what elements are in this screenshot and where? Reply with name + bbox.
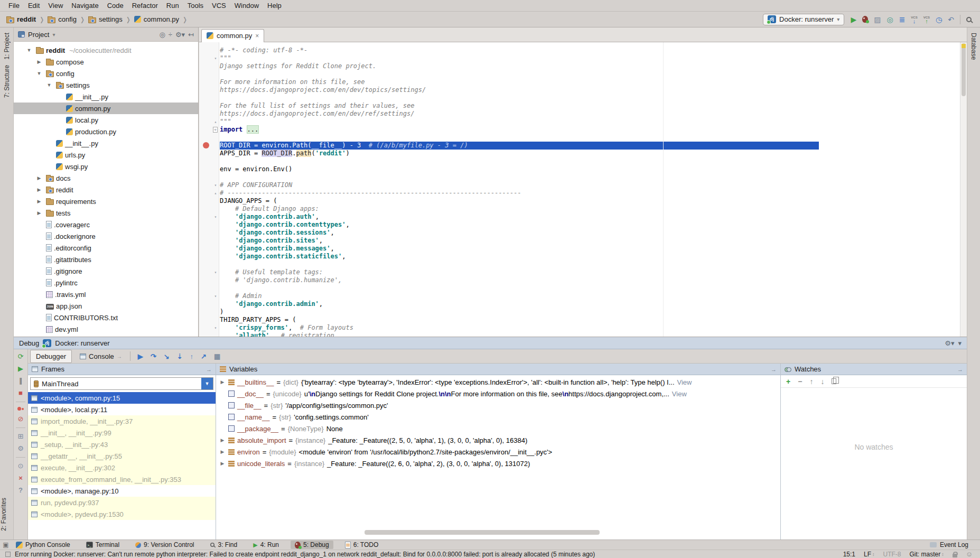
fold-open-icon[interactable]: ▾ [213, 268, 218, 276]
history-icon[interactable]: ◷ [936, 16, 942, 23]
breadcrumb-item[interactable]: common.py [134, 15, 179, 23]
expand-arrow-icon[interactable]: ▶ [219, 379, 226, 385]
status-widget-lf[interactable]: LF↕ [864, 551, 875, 558]
fold-close-icon[interactable]: ▴ [213, 189, 218, 197]
gear-icon[interactable]: ⚙▾ [945, 339, 954, 347]
menu-item-refactor[interactable]: Refactor [128, 1, 162, 11]
tree-item[interactable]: dev.yml [14, 323, 198, 335]
fold-open-icon[interactable]: ▾ [213, 324, 218, 332]
coverage-icon[interactable]: ▨ [874, 16, 881, 23]
stripe-tab-project[interactable]: 1: Project [3, 33, 11, 60]
variable-row[interactable]: ▶__builtins__ = {dict} {'bytearray': <ty… [216, 376, 780, 388]
frame-row[interactable]: <module>, common.py:15 [28, 392, 216, 404]
hector-icon[interactable]: ☺ [966, 551, 973, 557]
tree-item[interactable]: ▶tests [14, 207, 198, 219]
tree-item[interactable]: app.json [14, 300, 198, 312]
fold-close-icon[interactable]: ▴ [213, 118, 218, 126]
menu-item-view[interactable]: View [44, 1, 67, 11]
dock-icon[interactable]: → [771, 366, 777, 373]
menu-item-code[interactable]: Code [103, 1, 128, 11]
help-icon[interactable]: ? [16, 487, 25, 494]
fold-collapsed-icon[interactable]: + [213, 127, 218, 133]
tree-item[interactable]: .dockerignore [14, 230, 198, 242]
frame-row[interactable]: __init__, __init__.py:99 [28, 427, 216, 439]
chevron-expanded-icon[interactable]: ▼ [34, 71, 44, 76]
tool-window-button-run[interactable]: ▶4: Run [249, 541, 283, 549]
expand-arrow-icon[interactable]: ▶ [219, 449, 226, 454]
move-down-icon[interactable]: ↓ [820, 377, 824, 386]
chevron-collapsed-icon[interactable]: ▶ [34, 187, 44, 192]
debug-icon[interactable] [862, 16, 868, 23]
event-log-button[interactable]: Event Log [930, 541, 980, 548]
tree-item[interactable]: ▶requirements [14, 196, 198, 207]
tree-item[interactable]: .travis.yml [14, 289, 198, 300]
chevron-collapsed-icon[interactable]: ▶ [34, 59, 44, 64]
scrollbar-thumb[interactable] [962, 43, 966, 96]
evaluate-expression-icon[interactable]: ▦ [214, 352, 220, 360]
close-icon[interactable]: × [255, 32, 259, 40]
tree-item[interactable]: CONTRIBUTORS.txt [14, 312, 198, 323]
remove-icon[interactable]: − [798, 377, 802, 386]
tree-item[interactable]: __init__.py [14, 137, 198, 149]
stripe-tab-structure[interactable]: 7: Structure [3, 65, 11, 98]
chevron-expanded-icon[interactable]: ▼ [44, 82, 54, 88]
fold-open-icon[interactable]: ▾ [213, 54, 218, 62]
menu-item-run[interactable]: Run [162, 1, 183, 11]
project-panel-title[interactable]: Project [28, 31, 49, 39]
stripe-tab-database[interactable]: Database [970, 33, 977, 60]
move-up-icon[interactable]: ↑ [809, 377, 813, 386]
tool-window-button-vcs[interactable]: 9: Version Control [131, 541, 198, 549]
variable-row[interactable]: ▶absolute_import = {instance} _Feature: … [216, 434, 780, 446]
tree-item[interactable]: wsgi.py [14, 161, 198, 172]
tree-item[interactable]: ▼reddit ~/cookiecutter/reddit [14, 44, 198, 56]
fold-open-icon[interactable]: ▾ [213, 292, 218, 300]
chevron-down-icon[interactable]: ▼ [201, 378, 213, 389]
locate-icon[interactable]: ◎ [159, 31, 165, 39]
tree-item[interactable]: ▶reddit [14, 184, 198, 196]
step-into-icon[interactable]: ↘ [164, 352, 170, 360]
chevron-collapsed-icon[interactable]: ▶ [34, 199, 44, 204]
frame-row[interactable]: run, pydevd.py:937 [28, 497, 216, 508]
expand-arrow-icon[interactable]: ▶ [219, 438, 226, 443]
menu-item-tools[interactable]: Tools [183, 1, 208, 11]
dock-icon[interactable]: → [206, 366, 212, 373]
run-to-cursor-icon[interactable]: ↗ [201, 352, 207, 360]
tasks-icon[interactable]: ≣ [899, 16, 906, 23]
tool-window-button-python[interactable]: Python Console [12, 541, 74, 549]
tree-item[interactable]: __init__.py [14, 91, 198, 103]
tab-console[interactable]: Console→ [74, 350, 128, 363]
status-widget-15-1[interactable]: 15:1 [843, 551, 855, 558]
resume-icon[interactable]: ▶ [16, 365, 25, 373]
background-task-icon[interactable] [5, 552, 11, 557]
tool-window-button-todo[interactable]: 6: TODO [341, 541, 383, 549]
duplicate-icon[interactable] [832, 378, 836, 384]
tree-item[interactable]: ▶docs [14, 172, 198, 184]
step-out-icon[interactable]: ↑ [190, 352, 194, 360]
lock-icon[interactable] [953, 554, 957, 557]
profiler-icon[interactable]: ◎ [886, 16, 893, 23]
horizontal-scrollbar[interactable] [365, 530, 600, 535]
frame-row[interactable]: <module>, manage.py:10 [28, 485, 216, 497]
editor[interactable]: # -*- coding: utf-8 -*-"""Django setting… [199, 42, 967, 337]
frame-row[interactable]: _setup, __init__.py:43 [28, 439, 216, 450]
tree-item[interactable]: urls.py [14, 149, 198, 161]
breadcrumb-item[interactable]: config [48, 15, 77, 23]
tree-item[interactable]: .gitattributes [14, 254, 198, 265]
thread-selector[interactable]: MainThread ▼ [30, 377, 213, 390]
fold-open-icon[interactable]: ▾ [213, 213, 218, 221]
menu-item-edit[interactable]: Edit [24, 1, 44, 11]
close-icon[interactable]: × [16, 475, 25, 482]
warning-stripe-mark[interactable] [962, 44, 966, 48]
view-link[interactable]: View [677, 378, 692, 386]
frame-row[interactable]: execute_from_command_line, __init__.py:3… [28, 473, 216, 485]
vcs-update-icon[interactable]: ↓ [911, 16, 917, 23]
tool-window-button-debug[interactable]: 5: Debug [291, 541, 333, 549]
tree-item[interactable]: .coveragerc [14, 219, 198, 230]
show-execution-point-icon[interactable]: ▶ [138, 352, 143, 360]
gear-icon[interactable]: ⚙▾ [175, 31, 185, 39]
frame-row[interactable]: execute, __init__.py:302 [28, 462, 216, 473]
settings-icon[interactable]: ⚙ [16, 445, 25, 452]
tree-item[interactable]: ▼config [14, 68, 198, 79]
run-config-selector[interactable]: dj Docker: runserver ▾ [763, 14, 844, 25]
tab-debugger[interactable]: Debugger [30, 350, 72, 363]
